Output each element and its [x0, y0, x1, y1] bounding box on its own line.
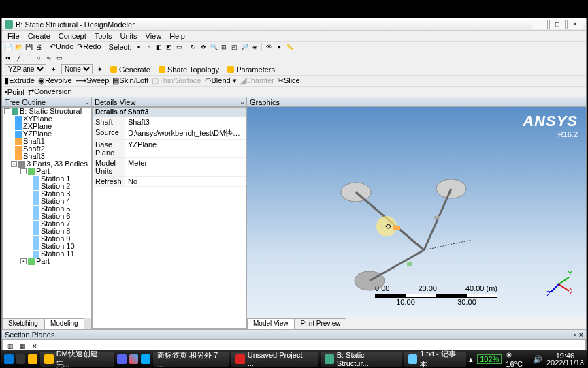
color-icon[interactable]: ▪▾	[3, 53, 13, 63]
sketch-select[interactable]: None	[61, 64, 93, 74]
discord-icon[interactable]	[117, 354, 127, 364]
point-button[interactable]: •Point	[3, 88, 26, 96]
expand-icon[interactable]: -	[11, 161, 17, 167]
det-refresh-lbl: Refresh	[93, 177, 125, 186]
menu-file[interactable]: File	[3, 32, 24, 40]
plane-select[interactable]: YZPlane	[5, 64, 46, 74]
toolbar-features: ▮Extrude ◉Revolve ⟿Sweep ▤Skin/Loft ▢Thi…	[2, 76, 586, 87]
line-icon[interactable]: ╱	[14, 53, 23, 63]
print-icon[interactable]: 🖨	[34, 42, 44, 52]
delete-section-icon[interactable]: ✕	[30, 341, 39, 351]
tab-modelview[interactable]: Model View	[247, 318, 295, 329]
start-icon[interactable]	[4, 354, 14, 364]
conversion-button[interactable]: ⇄Conversion	[27, 87, 74, 96]
det-source-lbl: Source	[93, 127, 125, 139]
task-notepad[interactable]: 1.txt - 记事本	[404, 352, 467, 367]
tab-modeling[interactable]: Modeling	[44, 318, 84, 329]
app-window: B: Static Structural - DesignModeler – □…	[1, 18, 587, 350]
menu-tools[interactable]: Tools	[91, 32, 116, 40]
new-sketch-icon[interactable]: ✦	[95, 65, 105, 74]
rotate-icon[interactable]: ↻	[189, 42, 198, 52]
spline-icon[interactable]: ∿	[44, 53, 54, 63]
chrome-icon[interactable]	[129, 354, 139, 364]
arc-icon[interactable]: ⌒	[24, 53, 33, 63]
blend-button[interactable]: ◠Blend ▾	[203, 76, 238, 85]
generate-button[interactable]: Generate	[108, 65, 153, 74]
minimize-button[interactable]: –	[532, 20, 548, 29]
graphics-viewport[interactable]: ⟲ ANSYS R16.2 0.0020.0040.00 (m) 10.0030…	[247, 107, 586, 318]
display-icon[interactable]: ●	[274, 42, 284, 52]
det-units-lbl: Model Units	[93, 158, 125, 176]
select-point-icon[interactable]: ▪	[133, 42, 143, 52]
menu-concept[interactable]: Concept	[54, 32, 91, 40]
parameters-button[interactable]: Parameters	[225, 65, 278, 74]
tab-sketching[interactable]: Sketching	[2, 318, 44, 329]
select-body-icon[interactable]: ◩	[164, 42, 174, 52]
select-edge-icon[interactable]: ▫	[144, 42, 153, 52]
add-section-icon[interactable]: ▥	[5, 341, 15, 351]
expand-icon[interactable]: +	[20, 258, 27, 264]
pan-icon[interactable]: ✥	[199, 42, 208, 52]
tree-part[interactable]: Part	[36, 258, 50, 265]
skinloft-button[interactable]: ▤Skin/Loft	[111, 76, 150, 85]
sweep-button[interactable]: ⟿Sweep	[74, 76, 111, 85]
share-topology-button[interactable]: Share Topology	[156, 65, 222, 74]
slice-button[interactable]: ✂Slice	[276, 76, 301, 85]
det-shaft-val[interactable]: Shaft3	[125, 117, 246, 127]
thinsurface-button[interactable]: ▢Thin/Surface	[150, 76, 202, 85]
revolve-button[interactable]: ◉Revolve	[37, 76, 74, 85]
maximize-button[interactable]: □	[549, 20, 566, 29]
menu-units[interactable]: Units	[116, 32, 141, 40]
clock[interactable]: 19:462022/11/13	[546, 352, 584, 366]
tree-outline[interactable]: -B: Static Structural XYPlane ZXPlane YZ…	[2, 107, 91, 318]
look-at-icon[interactable]: 👁	[264, 42, 274, 52]
tab-printpreview[interactable]: Print Preview	[295, 318, 347, 329]
svg-text:Z: Z	[546, 290, 551, 298]
redo-button[interactable]: ↷Redo	[76, 42, 102, 51]
rect-icon[interactable]: ▭	[54, 53, 64, 63]
taskbar[interactable]: DM快速创建完... 新标签页 和另外 7 ... Unsaved Projec…	[1, 350, 587, 368]
expand-icon[interactable]: -	[4, 108, 10, 114]
triad-icon[interactable]: Y X Z	[545, 271, 572, 298]
extrude-button[interactable]: ▮Extrude	[3, 76, 36, 85]
magnifier-icon[interactable]: 🔎	[240, 42, 249, 52]
section-header: Section Planes▫ ×	[2, 330, 586, 339]
svg-line-16	[551, 284, 559, 292]
det-refresh-val[interactable]: No	[125, 177, 246, 186]
expand-icon[interactable]: -	[20, 168, 27, 174]
select-box-icon[interactable]: ▭	[174, 42, 184, 52]
menu-view[interactable]: View	[142, 32, 166, 40]
open-icon[interactable]: 📂	[14, 42, 23, 52]
det-source-val[interactable]: D:\ansys\workbench_test\DM快速创建轴系平台\1.txt	[125, 127, 246, 139]
det-units-val[interactable]: Meter	[125, 158, 246, 176]
chamfer-button[interactable]: ◢Chamfer	[239, 76, 276, 85]
system-tray[interactable]: ▴ 102% ☀ 16°C 🔊 19:462022/11/13	[469, 351, 584, 368]
undo-button[interactable]: ↶Undo	[48, 42, 75, 51]
close-button[interactable]: ×	[567, 20, 583, 29]
menu-help[interactable]: Help	[165, 32, 189, 40]
zoom-icon[interactable]: 🔍	[209, 42, 218, 52]
new-icon[interactable]: 📄	[3, 42, 13, 52]
save-icon[interactable]: 💾	[24, 42, 33, 52]
circle-icon[interactable]: ○	[34, 53, 44, 63]
select-face-icon[interactable]: ◧	[154, 42, 163, 52]
edge-icon[interactable]	[141, 354, 150, 364]
toolbar-draw: ▪▾ ╱ ⌒ ○ ∿ ▭	[2, 52, 586, 63]
task-edge[interactable]: 新标签页 和另外 7 ...	[153, 352, 229, 367]
svg-line-14	[559, 284, 569, 291]
task-workbench[interactable]: Unsaved Project - ...	[231, 352, 318, 367]
task-dm[interactable]: DM快速创建完...	[40, 352, 114, 367]
menu-create[interactable]: Create	[24, 32, 54, 40]
toolbar-prim: •Point ⇄Conversion	[2, 87, 586, 97]
ruler-icon[interactable]: 📏	[284, 42, 294, 52]
new-plane-icon[interactable]: ✦	[49, 65, 59, 74]
menubar: File Create Concept Tools Units View Hel…	[2, 31, 586, 42]
task-dm2[interactable]: B: Static Structur...	[321, 352, 402, 367]
edit-section-icon[interactable]: ▦	[18, 341, 27, 351]
zoom-box-icon[interactable]: ◰	[229, 42, 239, 52]
explorer-icon[interactable]	[28, 354, 37, 364]
det-baseplane-val[interactable]: YZPlane	[125, 140, 246, 157]
view-iso-icon[interactable]: ◈	[250, 42, 259, 52]
zoom-fit-icon[interactable]: ⊡	[219, 42, 229, 52]
search-icon[interactable]	[16, 354, 26, 364]
